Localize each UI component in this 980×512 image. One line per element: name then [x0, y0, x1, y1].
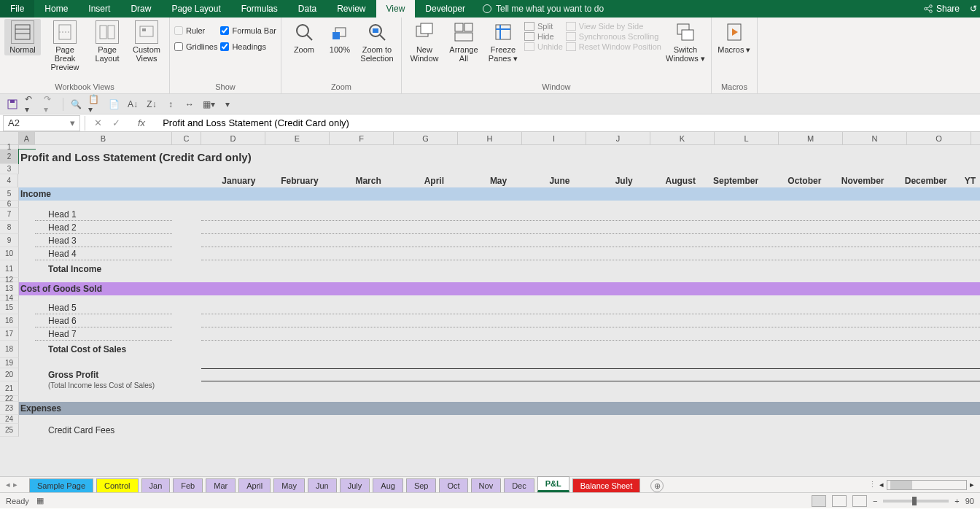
menu-developer[interactable]: Developer — [415, 0, 475, 18]
income-section[interactable]: Income — [19, 187, 980, 201]
row-height-icon[interactable]: ↕ — [164, 98, 177, 111]
menu-insert[interactable]: Insert — [78, 0, 120, 18]
col-C-header[interactable]: C — [172, 132, 201, 144]
horizontal-scrollbar[interactable] — [887, 480, 967, 490]
hscroll-left-icon[interactable]: ◂ — [879, 480, 884, 489]
menu-formulas[interactable]: Formulas — [231, 0, 288, 18]
macros-button[interactable]: Macros ▾ — [716, 19, 752, 55]
zoom-out-button[interactable]: − — [873, 497, 877, 505]
page-layout-button[interactable]: Page Layout — [89, 19, 125, 64]
zoom-level[interactable]: 90 — [965, 497, 974, 505]
history-icon[interactable]: ↺ — [967, 4, 980, 14]
sheet-tab-sep[interactable]: Sep — [406, 478, 437, 492]
menu-file[interactable]: File — [0, 0, 34, 18]
print-preview-icon[interactable]: 🔍 — [69, 98, 82, 111]
menu-data[interactable]: Data — [288, 0, 327, 18]
copy-icon[interactable]: 📄 — [107, 98, 120, 111]
row-14-header[interactable]: 14 — [0, 295, 19, 301]
formula-bar-checkbox[interactable]: Formula Bar — [220, 26, 276, 35]
col-M-header[interactable]: M — [779, 132, 843, 144]
tab-last-icon[interactable]: ▸ — [13, 480, 18, 489]
col-L-header[interactable]: L — [715, 132, 779, 144]
col-B-header[interactable]: B — [35, 132, 172, 144]
row-16-header[interactable]: 16 — [0, 314, 19, 327]
sheet-tab-sample[interactable]: Sample Page — [29, 478, 93, 492]
col-K-header[interactable]: K — [650, 132, 715, 144]
sheet-tab-may[interactable]: May — [273, 478, 305, 492]
switch-windows-button[interactable]: Switch Windows ▾ — [664, 19, 707, 64]
row-25-header[interactable]: 25 — [0, 424, 19, 437]
zoom-selection-button[interactable]: Zoom to Selection — [357, 19, 397, 64]
redo-button[interactable]: ↷ ▾ — [44, 98, 57, 111]
row-8-header[interactable]: 8 — [0, 221, 19, 234]
sheet-tab-pl[interactable]: P&L — [537, 476, 569, 492]
row-15-header[interactable]: 15 — [0, 301, 19, 314]
row-19-header[interactable]: 19 — [0, 358, 19, 368]
sort-desc-icon[interactable]: Z↓ — [145, 98, 158, 111]
col-F-header[interactable]: F — [330, 132, 394, 144]
chevron-down-icon[interactable]: ▾ — [70, 117, 75, 128]
row-20-header[interactable]: 20 — [0, 368, 19, 381]
col-G-header[interactable]: G — [394, 132, 458, 144]
row-4-header[interactable]: 4 — [0, 174, 18, 187]
new-window-button[interactable]: New Window — [406, 19, 443, 64]
menu-home[interactable]: Home — [34, 0, 78, 18]
tab-first-icon[interactable]: ◂ — [6, 480, 10, 489]
sheet-tab-aug[interactable]: Aug — [373, 478, 403, 492]
borders-icon[interactable]: ▦▾ — [202, 98, 215, 111]
cell-A2[interactable] — [19, 150, 35, 164]
sheet-tab-jan[interactable]: Jan — [141, 478, 171, 492]
menu-draw[interactable]: Draw — [120, 0, 161, 18]
macro-record-icon[interactable]: ▦ — [36, 496, 44, 505]
col-J-header[interactable]: J — [586, 132, 650, 144]
headings-checkbox[interactable]: Headings — [220, 42, 276, 51]
col-O-header[interactable]: O — [907, 132, 971, 144]
name-box[interactable]: A2 ▾ — [3, 115, 80, 131]
save-button[interactable] — [6, 98, 19, 111]
fx-icon[interactable]: fx — [125, 117, 158, 128]
more-icon[interactable]: ▾ — [221, 98, 234, 111]
sheet-tab-control[interactable]: Control — [96, 478, 138, 492]
zoom-slider[interactable] — [883, 500, 949, 503]
unhide-button[interactable]: Unhide — [524, 42, 563, 51]
split-button[interactable]: Split — [524, 22, 563, 31]
custom-views-button[interactable]: Custom Views — [128, 19, 165, 64]
sheet-tab-feb[interactable]: Feb — [173, 478, 203, 492]
sheet-tab-jul[interactable]: July — [340, 478, 370, 492]
sheet-tab-jun[interactable]: Jun — [308, 478, 337, 492]
row-18-header[interactable]: 18 — [0, 341, 19, 358]
sheet-tab-nov[interactable]: Nov — [471, 478, 502, 492]
sheet-tab-balance-sheet[interactable]: Balance Sheet — [572, 478, 641, 492]
formula-input[interactable] — [158, 117, 980, 128]
add-sheet-button[interactable]: ⊕ — [650, 479, 664, 492]
undo-button[interactable]: ↶ ▾ — [25, 98, 38, 111]
col-D-header[interactable]: D — [201, 132, 265, 144]
col-A-header[interactable]: A — [19, 132, 35, 144]
row-6-header[interactable]: 6 — [0, 201, 19, 208]
row-17-header[interactable]: 17 — [0, 327, 19, 341]
zoom-in-button[interactable]: + — [954, 497, 959, 505]
sheet-tab-mar[interactable]: Mar — [206, 478, 236, 492]
col-I-header[interactable]: I — [522, 132, 586, 144]
cancel-formula-icon[interactable]: ✕ — [94, 117, 102, 128]
share-button[interactable]: Share — [916, 4, 967, 14]
hscroll-right-icon[interactable]: ▸ — [970, 480, 974, 489]
zoom-100-button[interactable]: 100% — [325, 19, 354, 55]
menu-page-layout[interactable]: Page Layout — [161, 0, 230, 18]
col-E-header[interactable]: E — [265, 132, 330, 144]
paste-icon[interactable]: 📋▾ — [88, 98, 101, 111]
row-21-header[interactable]: 21 — [0, 381, 19, 396]
expenses-section[interactable]: Expenses — [19, 402, 980, 415]
col-N-header[interactable]: N — [843, 132, 907, 144]
ruler-checkbox[interactable]: Ruler — [174, 26, 217, 35]
tell-me[interactable]: Tell me what you want to do — [475, 4, 611, 14]
cogs-section[interactable]: Cost of Goods Sold — [19, 282, 980, 295]
spreadsheet-grid[interactable]: A B C D E F G H I J K L M N O 1 2 Profit… — [0, 132, 980, 476]
row-9-header[interactable]: 9 — [0, 234, 19, 247]
arrange-all-button[interactable]: Arrange All — [446, 19, 482, 64]
sort-asc-icon[interactable]: A↓ — [126, 98, 139, 111]
col-width-icon[interactable]: ↔ — [183, 98, 196, 111]
normal-view-icon[interactable] — [812, 495, 826, 507]
normal-view-button[interactable]: Normal — [4, 19, 41, 55]
zoom-button[interactable]: Zoom — [286, 19, 322, 55]
